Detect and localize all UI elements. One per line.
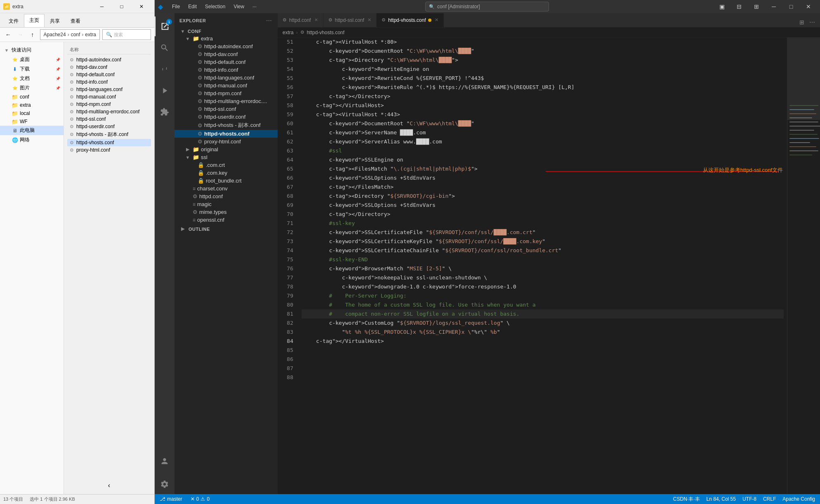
scroll-left-icon[interactable]: ‹: [106, 482, 112, 489]
tree-item-thispc[interactable]: 🖥 此电脑: [0, 126, 64, 135]
tree-item-wf[interactable]: 📁 WF: [0, 117, 64, 126]
tree-file-proxy[interactable]: ▶ ⚙ proxy-html.conf: [174, 138, 278, 145]
tree-file-userdir[interactable]: ▶ ⚙ httpd-userdir.conf: [174, 113, 278, 121]
ribbon-tab-file[interactable]: 文件: [3, 15, 24, 27]
ribbon-tab-share[interactable]: 共享: [45, 15, 65, 27]
extra-folder-row[interactable]: ▼ 📁 extra: [174, 35, 278, 42]
close-vscode[interactable]: ✕: [800, 0, 817, 13]
more-tabs-icon[interactable]: ⋯: [808, 17, 817, 27]
tree-file-ssl[interactable]: ▶ ⚙ httpd-ssl.conf: [174, 105, 278, 113]
layout-button-3[interactable]: ⊞: [748, 0, 765, 13]
code-content[interactable]: c-tag"><VirtualHost *:80> c-keyword">Doc…: [298, 38, 787, 494]
back-button[interactable]: ←: [3, 30, 13, 40]
tree-file-vhosts[interactable]: ▶ ⚙ httpd-vhosts.conf: [174, 130, 278, 138]
tree-item-conf[interactable]: 📁 conf: [0, 93, 64, 101]
minimize-vscode[interactable]: ─: [766, 0, 782, 13]
activity-explorer[interactable]: 1: [155, 16, 174, 36]
tree-item-pictures[interactable]: ⭐ 图片 📌: [0, 83, 64, 93]
tree-file-mime[interactable]: ▶ ⚙ mime.types: [174, 208, 278, 216]
file-item-11[interactable]: ⚙ httpd-vhosts.conf: [67, 139, 151, 146]
file-item-0[interactable]: ⚙ httpd-autoindex.conf: [67, 56, 151, 63]
file-item-7[interactable]: ⚙ httpd-multilang-errordoc.conf: [67, 108, 151, 115]
tree-file-default[interactable]: ▶ ⚙ httpd-default.conf: [174, 58, 278, 66]
minimize-button[interactable]: ─: [92, 0, 111, 13]
tree-file-autoindex[interactable]: ▶ ⚙ httpd-autoindex.conf: [174, 42, 278, 50]
maximize-vscode[interactable]: □: [783, 0, 799, 13]
activity-source-control[interactable]: [155, 59, 174, 79]
layout-button-1[interactable]: ▣: [714, 0, 730, 13]
status-csdn[interactable]: CSDN·丰·丰: [672, 496, 702, 503]
address-path[interactable]: Apache24 › conf › extra: [40, 29, 100, 40]
status-errors[interactable]: ✕ 0 ⚠ 0: [189, 496, 211, 502]
path-extra[interactable]: extra: [85, 32, 96, 38]
ssl-folder-row[interactable]: ▼ 📁 ssl: [174, 153, 278, 161]
forward-button[interactable]: →: [16, 30, 26, 40]
outline-section[interactable]: ▶ OUTLINE: [174, 224, 278, 234]
file-item-6[interactable]: ⚙ httpd-mpm.conf: [67, 101, 151, 108]
tree-item-docs[interactable]: ⭐ 文档 📌: [0, 74, 64, 83]
status-eol[interactable]: CRLF: [761, 496, 778, 503]
status-line[interactable]: Ln 84, Col 55: [705, 496, 738, 503]
tree-file-magic[interactable]: ▶ ≡ magic: [174, 200, 278, 208]
search-box[interactable]: 🔍 搜索: [102, 29, 151, 40]
split-editor-icon[interactable]: ⊞: [798, 17, 806, 27]
tab-httpd-conf[interactable]: ⚙ httpd.conf ✕: [278, 13, 323, 27]
tree-file-vhosts-copy[interactable]: ▶ ⚙ httpd-vhosts - 副本.conf: [174, 121, 278, 130]
maximize-button[interactable]: □: [112, 0, 131, 13]
tree-file-bundle[interactable]: ▶ 🔒 root_bundle.crt: [174, 177, 278, 185]
file-item-4[interactable]: ⚙ httpd-languages.conf: [67, 86, 151, 93]
activity-search[interactable]: [155, 38, 174, 58]
menu-file[interactable]: File: [168, 2, 184, 11]
status-encoding[interactable]: UTF-8: [741, 496, 758, 503]
file-item-1[interactable]: ⚙ httpd-dav.conf: [67, 63, 151, 71]
breadcrumb-file[interactable]: httpd-vhosts.conf: [307, 30, 344, 35]
activity-run[interactable]: [155, 81, 174, 101]
status-lang[interactable]: Apache Config: [781, 496, 817, 503]
original-folder-row[interactable]: ▶ 📁 original: [174, 145, 278, 153]
path-conf[interactable]: conf: [71, 32, 80, 38]
layout-button-2[interactable]: ⊟: [731, 0, 747, 13]
breadcrumb-extra[interactable]: extra: [283, 30, 294, 35]
tree-file-mpm[interactable]: ▶ ⚙ httpd-mpm.conf: [174, 89, 278, 97]
title-search-box[interactable]: 🔍 conf [Administrator]: [425, 2, 549, 12]
tree-file-key[interactable]: ▶ 🔒 .com.key: [174, 169, 278, 177]
file-item-9[interactable]: ⚙ httpd-userdir.conf: [67, 123, 151, 130]
tab-httpd-ssl[interactable]: ⚙ httpd-ssl.conf ✕: [323, 13, 377, 27]
tree-file-crt[interactable]: ▶ 🔒 .com.crt: [174, 161, 278, 169]
tree-item-network[interactable]: 🌐 网络: [0, 135, 64, 145]
tree-file-charset[interactable]: ▶ ≡ charset.conv: [174, 185, 278, 192]
file-item-5[interactable]: ⚙ httpd-manual.conf: [67, 93, 151, 101]
conf-section-row[interactable]: ▼ CONF: [174, 28, 278, 35]
tab-close-0[interactable]: ✕: [314, 17, 318, 23]
ribbon-tab-view[interactable]: 查看: [65, 15, 86, 27]
activity-account[interactable]: [155, 451, 174, 471]
file-item-2[interactable]: ⚙ httpd-default.conf: [67, 71, 151, 78]
path-apache24[interactable]: Apache24: [44, 32, 66, 38]
activity-extensions[interactable]: [155, 102, 174, 122]
tab-close-1[interactable]: ✕: [368, 17, 371, 23]
tree-item-extra[interactable]: 📁 extra: [0, 101, 64, 109]
tree-file-multilang[interactable]: ▶ ⚙ httpd-multilang-errordoc....: [174, 97, 278, 105]
file-item-10[interactable]: ⚙ httpd-vhosts - 副本.conf: [67, 130, 151, 139]
tree-file-languages[interactable]: ▶ ⚙ httpd-languages.conf: [174, 74, 278, 82]
tree-file-dav[interactable]: ▶ ⚙ httpd-dav.conf: [174, 50, 278, 58]
activity-settings[interactable]: [155, 474, 174, 494]
file-item-8[interactable]: ⚙ httpd-ssl.conf: [67, 115, 151, 123]
tree-file-manual[interactable]: ▶ ⚙ httpd-manual.conf: [174, 82, 278, 89]
tree-file-httpd[interactable]: ▶ ⚙ httpd.conf: [174, 192, 278, 200]
tree-file-openssl[interactable]: ▶ ≡ openssl.cnf: [174, 216, 278, 224]
file-item-3[interactable]: ⚙ httpd-info.conf: [67, 78, 151, 86]
close-button[interactable]: ✕: [132, 0, 151, 13]
tab-httpd-vhosts[interactable]: ⚙ httpd-vhosts.conf ✕: [377, 13, 444, 27]
menu-view[interactable]: View: [229, 2, 248, 11]
ribbon-tab-home[interactable]: 主页: [24, 14, 45, 27]
file-item-12[interactable]: ⚙ proxy-html.conf: [67, 146, 151, 154]
tree-file-info[interactable]: ▶ ⚙ httpd-info.conf: [174, 66, 278, 74]
menu-more[interactable]: ···: [248, 2, 261, 11]
tree-item-downloads[interactable]: ⬇ 下载 📌: [0, 64, 64, 74]
tree-item-desktop[interactable]: ⭐ 桌面 📌: [0, 55, 64, 64]
status-branch[interactable]: ⎇ master: [158, 496, 184, 502]
quick-access-header[interactable]: ▼ 快速访问: [0, 45, 64, 55]
tab-close-2[interactable]: ✕: [435, 17, 438, 23]
menu-edit[interactable]: Edit: [184, 2, 201, 11]
